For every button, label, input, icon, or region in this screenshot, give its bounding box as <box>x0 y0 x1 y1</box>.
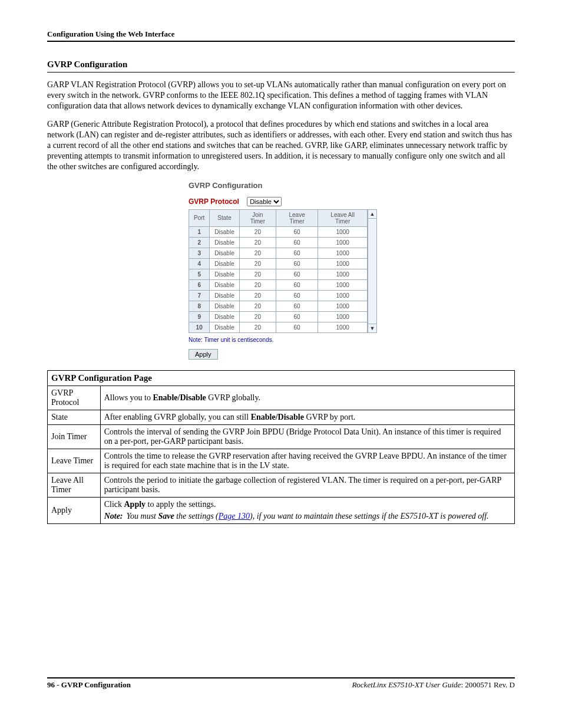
cell-leave: 60 <box>276 279 318 290</box>
table-scrollbar[interactable]: ▲ ▼ <box>368 209 377 333</box>
cell-join: 20 <box>239 237 276 248</box>
col-leave: Leave Timer <box>276 209 318 226</box>
header-rule <box>47 41 515 42</box>
table-row: 7Disable20601000 <box>189 290 368 301</box>
cell-leave: 60 <box>276 248 318 258</box>
desc-key: Apply <box>48 497 101 523</box>
desc-val: Allows you to Enable/Disable GVRP global… <box>100 386 514 410</box>
cell-join: 20 <box>239 279 276 290</box>
cell-port: 6 <box>189 279 210 290</box>
cell-state: Disable <box>210 269 239 279</box>
cell-port: 1 <box>189 226 210 237</box>
cell-leave: 60 <box>276 301 318 311</box>
cell-leave: 60 <box>276 290 318 301</box>
cell-leave: 60 <box>276 258 318 269</box>
gvrp-protocol-label: GVRP Protocol <box>189 197 239 206</box>
cell-leave: 60 <box>276 311 318 322</box>
scroll-down-icon[interactable]: ▼ <box>368 324 376 332</box>
cell-leave: 60 <box>276 226 318 237</box>
col-join: Join Timer <box>239 209 276 226</box>
body-paragraph: GARP VLAN Registration Protocol (GVRP) a… <box>47 80 515 112</box>
desc-key: GVRP Protocol <box>48 386 101 410</box>
cell-state: Disable <box>210 279 239 290</box>
table-row: 8Disable20601000 <box>189 301 368 311</box>
desc-val: Click Apply to apply the settings. Note:… <box>100 497 514 523</box>
desc-val: After enabling GVRP globally, you can st… <box>100 410 514 424</box>
cell-leave: 60 <box>276 322 318 332</box>
desc-val: Controls the time to release the GVRP re… <box>100 449 514 473</box>
footer-left-text: GVRP Configuration <box>61 680 131 689</box>
cell-port: 3 <box>189 248 210 258</box>
panel-title: GVRP Configuration <box>189 181 515 190</box>
note-label: Note: <box>104 512 123 521</box>
cell-lat: 1000 <box>318 258 368 269</box>
table-row: State After enabling GVRP globally, you … <box>48 410 515 424</box>
cell-port: 2 <box>189 237 210 248</box>
desc-key: Leave Timer <box>48 449 101 473</box>
apply-button[interactable]: Apply <box>189 349 218 360</box>
desc-caption: GVRP Configuration Page <box>48 370 515 386</box>
gvrp-description-table: GVRP Configuration Page GVRP Protocol Al… <box>47 370 515 524</box>
table-row: 2Disable20601000 <box>189 237 368 248</box>
desc-key: State <box>48 410 101 424</box>
running-header: Configuration Using the Web Interface <box>47 29 515 39</box>
cell-join: 20 <box>239 322 276 332</box>
table-row: 6Disable20601000 <box>189 279 368 290</box>
table-row: 9Disable20601000 <box>189 311 368 322</box>
cell-join: 20 <box>239 269 276 279</box>
cell-join: 20 <box>239 311 276 322</box>
cell-state: Disable <box>210 290 239 301</box>
table-row: Join Timer Controls the interval of send… <box>48 424 515 449</box>
cell-port: 8 <box>189 301 210 311</box>
cell-join: 20 <box>239 258 276 269</box>
cell-state: Disable <box>210 237 239 248</box>
gvrp-protocol-select[interactable]: Disable <box>247 197 282 206</box>
cell-port: 10 <box>189 322 210 332</box>
desc-val: Controls the interval of sending the GVR… <box>100 424 514 449</box>
cell-state: Disable <box>210 301 239 311</box>
timer-note: Note: Timer unit is centiseconds. <box>189 337 515 343</box>
page-footer: 96 - GVRP Configuration RocketLinx ES751… <box>47 677 515 690</box>
desc-key: Join Timer <box>48 424 101 449</box>
cell-lat: 1000 <box>318 279 368 290</box>
cell-lat: 1000 <box>318 322 368 332</box>
cell-leave: 60 <box>276 269 318 279</box>
cell-state: Disable <box>210 311 239 322</box>
cell-port: 4 <box>189 258 210 269</box>
scroll-up-icon[interactable]: ▲ <box>368 210 376 219</box>
footer-product: RocketLinx ES7510-XT User Guide <box>352 680 461 689</box>
cell-join: 20 <box>239 248 276 258</box>
table-row: GVRP Protocol Allows you to Enable/Disab… <box>48 386 515 410</box>
col-port: Port <box>189 209 210 226</box>
col-state: State <box>210 209 239 226</box>
cell-port: 9 <box>189 311 210 322</box>
table-row: 3Disable20601000 <box>189 248 368 258</box>
cell-lat: 1000 <box>318 301 368 311</box>
cell-lat: 1000 <box>318 226 368 237</box>
gvrp-port-table: Port State Join Timer Leave Timer Leave … <box>189 209 368 333</box>
table-row: 10Disable20601000 <box>189 322 368 332</box>
table-row: 4Disable20601000 <box>189 258 368 269</box>
cell-lat: 1000 <box>318 237 368 248</box>
cell-join: 20 <box>239 290 276 301</box>
table-row: 1Disable20601000 <box>189 226 368 237</box>
cell-state: Disable <box>210 226 239 237</box>
cell-join: 20 <box>239 226 276 237</box>
footer-rev: : 2000571 Rev. D <box>461 680 515 689</box>
cell-lat: 1000 <box>318 311 368 322</box>
cell-lat: 1000 <box>318 248 368 258</box>
table-row: Leave All Timer Controls the period to i… <box>48 473 515 497</box>
footer-page-number: 96 - <box>47 680 61 689</box>
section-title: GVRP Configuration <box>47 60 515 70</box>
body-paragraph: GARP (Generic Attribute Registration Pro… <box>47 119 515 173</box>
page-link[interactable]: Page 130 <box>219 512 250 521</box>
cell-state: Disable <box>210 322 239 332</box>
section-rule <box>47 72 515 73</box>
cell-lat: 1000 <box>318 269 368 279</box>
gvrp-protocol-row: GVRP Protocol Disable <box>189 197 515 206</box>
cell-port: 5 <box>189 269 210 279</box>
cell-leave: 60 <box>276 237 318 248</box>
desc-val: Controls the period to initiate the garb… <box>100 473 514 497</box>
table-row: 5Disable20601000 <box>189 269 368 279</box>
cell-join: 20 <box>239 301 276 311</box>
